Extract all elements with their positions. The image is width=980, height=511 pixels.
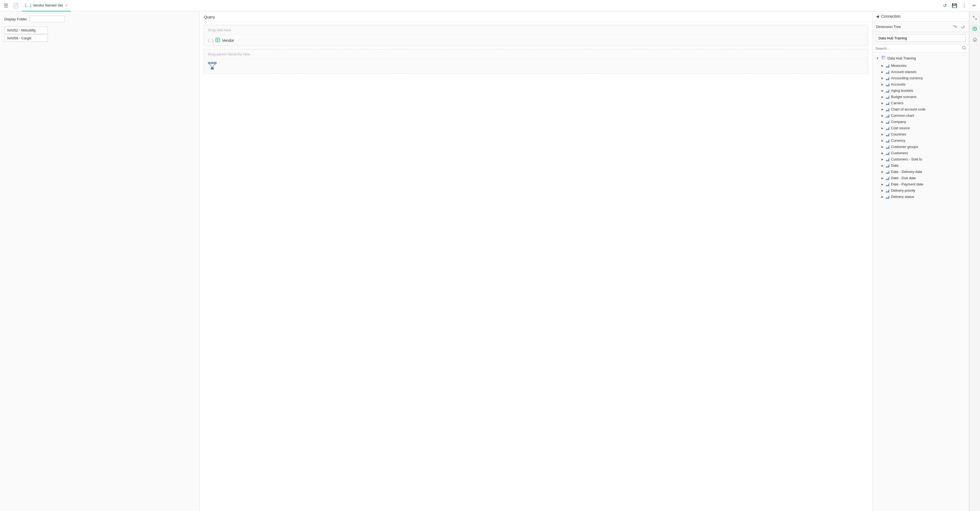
- tree-root-node[interactable]: ▼ Data Hub Training: [873, 54, 969, 62]
- tree-item[interactable]: ▶ Date - Due date: [873, 175, 969, 181]
- hierarchy-hint: Drag parent hierarchy here: [204, 49, 868, 59]
- tree-item-expand-icon: ▶: [881, 133, 884, 136]
- sidebar-expand-button[interactable]: [970, 14, 979, 22]
- tree-item-label: Company: [891, 120, 906, 124]
- tree-item[interactable]: ▶ Company: [873, 119, 969, 125]
- tree-item-dim-icon: [886, 89, 889, 92]
- tree-item[interactable]: ▶ Chart of account code: [873, 106, 969, 112]
- tree-item[interactable]: ▶ Countries: [873, 131, 969, 137]
- tree-item[interactable]: ▶ Date - Delivery date: [873, 169, 969, 175]
- tree-item-label: Date - Delivery date: [891, 170, 922, 174]
- vendor-item[interactable]: NA052 - MitsuMfg: [4, 27, 48, 34]
- tree-item-dim-icon: [886, 76, 889, 80]
- edit-button[interactable]: ✏: [970, 2, 978, 10]
- database-dropdown-row: Data Hub Training: [873, 32, 969, 44]
- tree-item-expand-icon: ▶: [881, 196, 884, 198]
- tree-item-label: Date: [891, 164, 898, 167]
- eye-off-button[interactable]: [952, 24, 958, 30]
- tree-item-label: Common chart: [891, 113, 914, 118]
- tree-item[interactable]: ▶ Budget scenario: [873, 94, 969, 100]
- svg-point-7: [963, 46, 965, 49]
- tree-item[interactable]: ▶ Aging buckets: [873, 88, 969, 94]
- tree-item-expand-icon: ▶: [881, 121, 884, 123]
- svg-line-5: [209, 64, 212, 67]
- close-tab-icon[interactable]: ×: [65, 3, 67, 7]
- tree-item-expand-icon: ▶: [881, 158, 884, 161]
- tree-item-dim-icon: [886, 132, 889, 136]
- menu-icon[interactable]: ☰: [2, 2, 10, 10]
- tree-item-dim-icon: [886, 189, 889, 193]
- tree-item[interactable]: ▶ Measures: [873, 62, 969, 69]
- hierarchy-drop-zone[interactable]: Drag parent hierarchy here: [204, 49, 868, 74]
- tree-item[interactable]: ▶ Carriers: [873, 100, 969, 106]
- tree-item-dim-icon: [886, 83, 889, 86]
- display-folder-row: Display Folder: [4, 16, 195, 22]
- tree-item[interactable]: ▶ Accounts: [873, 81, 969, 88]
- tree-item[interactable]: ▶ Account classes: [873, 69, 969, 75]
- tree-item[interactable]: ▶ Currency: [873, 137, 969, 143]
- database-select[interactable]: Data Hub Training: [876, 34, 966, 42]
- tree-item[interactable]: ▶ Date - Payment date: [873, 181, 969, 187]
- refresh-button[interactable]: ↺: [941, 2, 948, 10]
- tree-item-dim-icon: [886, 164, 889, 167]
- titlebar-left: ☰ 📄 {…} Vendor Named Set ×: [2, 0, 941, 11]
- tab-label: Vendor Named Set: [33, 3, 63, 7]
- query-section: Query Drag sets here {…} Vendor Drag par…: [199, 11, 872, 511]
- tree-item-expand-icon: ▶: [881, 89, 884, 92]
- sidebar-cube-button[interactable]: [970, 24, 979, 33]
- tree-item-dim-icon: [886, 114, 889, 118]
- tree-item-label: Account classes: [891, 70, 916, 74]
- tree-item[interactable]: ▶ Cost source: [873, 125, 969, 131]
- tree-item-label: Countries: [891, 132, 906, 136]
- vendor-item[interactable]: NA056 - Cargill: [4, 35, 48, 42]
- tree-item-dim-icon: [886, 195, 889, 199]
- svg-line-6: [212, 64, 215, 67]
- tree-item-dim-icon: [886, 95, 889, 99]
- tree-item-expand-icon: ▶: [881, 64, 884, 67]
- refresh-tree-button[interactable]: [959, 24, 966, 30]
- tree-item-dim-icon: [886, 183, 889, 186]
- vendor-chip: {…} Vendor: [204, 35, 868, 46]
- display-folder-label: Display Folder: [4, 17, 27, 21]
- tree-item[interactable]: ▶ Date: [873, 162, 969, 169]
- tree-item[interactable]: ▶ Customers: [873, 150, 969, 156]
- save-button[interactable]: 💾: [951, 2, 958, 10]
- tree-item-dim-icon: [886, 64, 889, 68]
- search-input[interactable]: [875, 46, 962, 51]
- main-layout: Display Folder NA052 - MitsuMfgNA056 - C…: [0, 11, 980, 511]
- tree-item-label: Cost source: [891, 126, 910, 130]
- doc-icon[interactable]: 📄: [12, 2, 19, 10]
- drag-sets-hint: Drag sets here: [204, 25, 868, 35]
- tree-item-dim-icon: [886, 170, 889, 174]
- tree-item[interactable]: ▶ Delivery status: [873, 194, 969, 200]
- tree-item-label: Accounting currency: [891, 76, 923, 80]
- tree-item-expand-icon: ▶: [881, 83, 884, 86]
- hierarchy-icon: [204, 59, 868, 73]
- tree-item-label: Date - Due date: [891, 176, 916, 180]
- chip-label: Vendor: [222, 38, 234, 43]
- connection-header: ◀ Connection: [873, 11, 969, 21]
- sets-drop-zone[interactable]: Drag sets here {…} Vendor: [204, 25, 868, 46]
- tree-item[interactable]: ▶ Delivery priority: [873, 187, 969, 194]
- tree-item[interactable]: ▶ Common chart: [873, 112, 969, 119]
- tree-item[interactable]: ▶ Customers - Sold to: [873, 156, 969, 162]
- tree-item-expand-icon: ▶: [881, 139, 884, 142]
- root-cube-icon: [881, 55, 886, 61]
- tree-item-label: Customers: [891, 151, 908, 155]
- sidebar-home-button[interactable]: [970, 35, 979, 44]
- dim-tree-actions: [952, 24, 966, 30]
- tree-item[interactable]: ▶ Customer groups: [873, 143, 969, 150]
- collapse-icon[interactable]: ◀: [876, 14, 879, 19]
- dimension-tree-title: Dimension Tree: [876, 25, 952, 29]
- search-icon: [962, 46, 966, 51]
- tree-item[interactable]: ▶ Accounting currency: [873, 75, 969, 81]
- connection-title: Connection: [881, 14, 966, 19]
- tree-item-dim-icon: [886, 176, 889, 180]
- tree-item-expand-icon: ▶: [881, 102, 884, 105]
- svg-line-8: [965, 49, 966, 50]
- tree-item-expand-icon: ▶: [881, 108, 884, 111]
- display-folder-input[interactable]: [30, 16, 65, 22]
- more-button[interactable]: ⋮: [961, 2, 968, 10]
- tree-item-expand-icon: ▶: [881, 127, 884, 129]
- vendor-named-set-tab[interactable]: {…} Vendor Named Set ×: [22, 0, 71, 11]
